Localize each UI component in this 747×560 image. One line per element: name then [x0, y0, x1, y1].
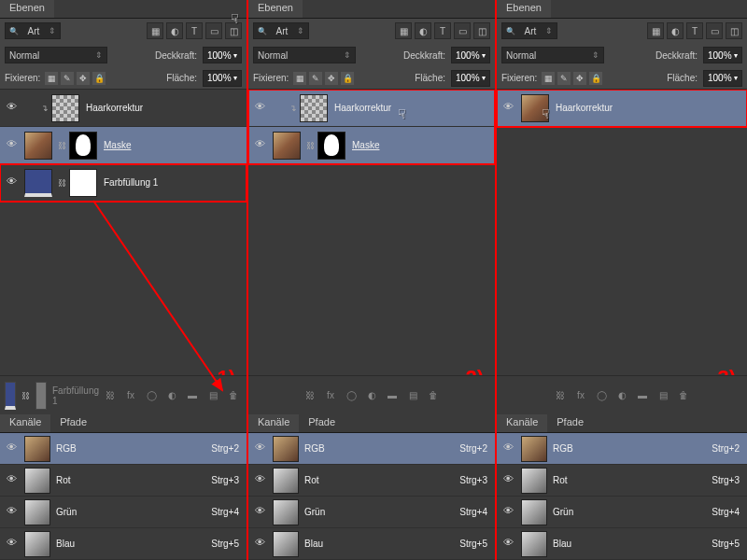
lock-image-icon[interactable]: ✎ — [557, 72, 571, 85]
layers-tab[interactable]: Ebenen — [497, 0, 551, 18]
layer-thumb[interactable] — [521, 94, 549, 122]
blend-mode-select[interactable]: Normal⇕ — [253, 47, 356, 63]
filter-type-select[interactable]: 🔍Art⇕ — [5, 22, 61, 39]
lock-transparent-icon[interactable]: ▦ — [45, 72, 58, 85]
filter-shape-icon[interactable]: ▭ — [706, 22, 723, 39]
visibility-eye-icon[interactable]: 👁 — [4, 101, 19, 116]
fill-spinner[interactable]: 100%▾ — [451, 70, 490, 87]
layer-thumb[interactable] — [317, 132, 345, 160]
filter-shape-icon[interactable]: ▭ — [205, 22, 222, 39]
layer-thumb[interactable] — [24, 132, 52, 160]
visibility-eye-icon[interactable]: 👁 — [500, 441, 515, 456]
channel-row[interactable]: 👁 Blau Strg+5 — [497, 528, 747, 560]
visibility-eye-icon[interactable]: 👁 — [4, 175, 19, 190]
blend-mode-select[interactable]: Normal⇕ — [5, 47, 107, 63]
layer-thumb[interactable] — [300, 94, 328, 122]
visibility-eye-icon[interactable]: 👁 — [4, 537, 19, 552]
layer-name-label[interactable]: Haarkorrektur — [86, 103, 143, 113]
layer-thumb[interactable] — [69, 169, 97, 197]
opacity-spinner[interactable]: 100%▾ — [703, 47, 742, 63]
layer-name-label[interactable]: Maske — [104, 140, 131, 150]
link-layers-icon[interactable]: ⛓ — [552, 387, 569, 404]
mask-icon[interactable]: ◯ — [593, 387, 610, 404]
channel-thumb[interactable] — [273, 436, 299, 462]
channel-row[interactable]: 👁 RGB Strg+2 — [497, 433, 747, 465]
channels-tab[interactable]: Kanäle — [497, 414, 547, 432]
channel-row[interactable]: 👁 Blau Strg+5 — [248, 528, 495, 560]
layer-name-label[interactable]: Haarkorrektur — [334, 103, 391, 113]
channel-row[interactable]: 👁 Grün Strg+4 — [248, 497, 495, 528]
lock-transparent-icon[interactable]: ▦ — [542, 72, 555, 85]
visibility-eye-icon[interactable]: 👁 — [4, 505, 19, 520]
layer-thumb[interactable] — [24, 169, 52, 197]
visibility-eye-icon[interactable]: 👁 — [4, 138, 19, 153]
adjustment-icon[interactable]: ◐ — [613, 387, 630, 404]
adjustment-icon[interactable]: ◐ — [163, 387, 180, 404]
layer-name-label[interactable]: Farbfüllung 1 — [104, 177, 158, 188]
channel-row[interactable]: 👁 Blau Strg+5 — [0, 528, 247, 560]
new-layer-icon[interactable]: ▤ — [404, 387, 421, 404]
opacity-spinner[interactable]: 100%▾ — [203, 47, 242, 63]
visibility-eye-icon[interactable]: 👁 — [252, 505, 267, 520]
channel-row[interactable]: 👁 Rot Strg+3 — [248, 465, 495, 497]
layer-row[interactable]: 👁 ↴Haarkorrektur — [0, 90, 247, 127]
layer-row[interactable]: 👁 ⛓Farbfüllung 1 — [0, 164, 247, 202]
lock-position-icon[interactable]: ✥ — [573, 72, 586, 85]
trash-icon[interactable]: 🗑 — [425, 387, 442, 404]
paths-tab[interactable]: Pfade — [299, 414, 345, 432]
lock-position-icon[interactable]: ✥ — [77, 72, 90, 85]
mask-icon[interactable]: ◯ — [143, 387, 160, 404]
channel-thumb[interactable] — [273, 468, 299, 494]
group-icon[interactable]: ▬ — [634, 387, 651, 404]
layer-name-label[interactable]: Haarkorrektur — [556, 103, 613, 113]
layer-thumb[interactable] — [273, 132, 301, 160]
channel-row[interactable]: 👁 Rot Strg+3 — [0, 465, 247, 497]
channel-thumb[interactable] — [521, 499, 547, 525]
layer-row[interactable]: 👁 ⛓Maske — [0, 127, 247, 164]
visibility-eye-icon[interactable]: 👁 — [252, 138, 267, 153]
fx-icon[interactable]: fx — [122, 387, 139, 404]
filter-pixel-icon[interactable]: ▦ — [147, 22, 163, 39]
channels-tab[interactable]: Kanäle — [0, 414, 50, 432]
lock-image-icon[interactable]: ✎ — [61, 72, 74, 85]
filter-smart-icon[interactable]: ◫ — [726, 22, 742, 39]
paths-tab[interactable]: Pfade — [547, 414, 593, 432]
link-layers-icon[interactable]: ⛓ — [302, 387, 318, 404]
trash-icon[interactable]: 🗑 — [225, 387, 242, 404]
lock-image-icon[interactable]: ✎ — [309, 72, 322, 85]
channel-thumb[interactable] — [521, 436, 547, 462]
filter-type-icon[interactable]: T — [686, 22, 703, 39]
channel-row[interactable]: 👁 Grün Strg+4 — [0, 497, 247, 528]
layer-name-label[interactable]: Maske — [352, 140, 379, 150]
visibility-eye-icon[interactable]: 👁 — [252, 441, 267, 456]
channels-tab[interactable]: Kanäle — [248, 414, 299, 432]
channel-row[interactable]: 👁 RGB Strg+2 — [0, 433, 247, 465]
mask-icon[interactable]: ◯ — [343, 387, 359, 404]
link-layers-icon[interactable]: ⛓ — [102, 387, 119, 404]
filter-type-select[interactable]: 🔍Art⇕ — [253, 22, 309, 39]
visibility-eye-icon[interactable]: 👁 — [500, 101, 515, 116]
fx-icon[interactable]: fx — [322, 387, 339, 404]
channel-row[interactable]: 👁 Grün Strg+4 — [497, 497, 747, 528]
layer-row[interactable]: 👁 ⛓Maske — [248, 127, 495, 164]
visibility-eye-icon[interactable]: 👁 — [252, 537, 267, 552]
blend-mode-select[interactable]: Normal⇕ — [501, 47, 604, 63]
group-icon[interactable]: ▬ — [384, 387, 401, 404]
lock-all-icon[interactable]: 🔒 — [92, 72, 106, 85]
opacity-spinner[interactable]: 100%▾ — [451, 47, 490, 63]
lock-position-icon[interactable]: ✥ — [325, 72, 338, 85]
filter-adjust-icon[interactable]: ◐ — [415, 22, 431, 39]
layers-tab[interactable]: Ebenen — [0, 0, 54, 18]
channel-row[interactable]: 👁 RGB Strg+2 — [248, 433, 495, 465]
fill-spinner[interactable]: 100%▾ — [703, 70, 742, 87]
visibility-eye-icon[interactable]: 👁 — [500, 505, 515, 520]
filter-pixel-icon[interactable]: ▦ — [395, 22, 412, 39]
filter-smart-icon[interactable]: ◫ — [473, 22, 490, 39]
filter-type-select[interactable]: 🔍Art⇕ — [501, 22, 557, 39]
channel-thumb[interactable] — [273, 499, 299, 525]
channel-thumb[interactable] — [521, 531, 547, 557]
channel-thumb[interactable] — [24, 499, 50, 525]
layer-thumb[interactable] — [69, 132, 97, 160]
layers-tab[interactable]: Ebenen — [248, 0, 303, 18]
trash-icon[interactable]: 🗑 — [675, 387, 692, 404]
